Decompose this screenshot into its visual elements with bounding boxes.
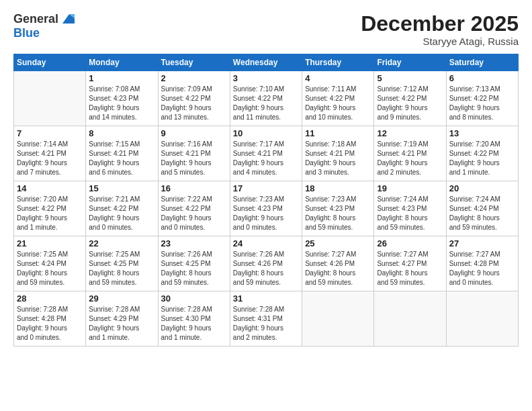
calendar-table: SundayMondayTuesdayWednesdayThursdayFrid…	[13, 54, 519, 347]
day-cell: 20Sunrise: 7:24 AMSunset: 4:24 PMDayligh…	[446, 181, 518, 236]
day-cell: 1Sunrise: 7:08 AMSunset: 4:23 PMDaylight…	[86, 71, 158, 126]
day-cell: 23Sunrise: 7:26 AMSunset: 4:25 PMDayligh…	[158, 236, 230, 291]
logo-icon	[60, 11, 75, 26]
day-number: 30	[161, 293, 227, 304]
day-cell: 29Sunrise: 7:28 AMSunset: 4:29 PMDayligh…	[86, 291, 158, 347]
week-row-4: 28Sunrise: 7:28 AMSunset: 4:28 PMDayligh…	[14, 291, 519, 347]
week-row-3: 21Sunrise: 7:25 AMSunset: 4:24 PMDayligh…	[14, 236, 519, 291]
day-number: 24	[233, 238, 299, 248]
day-cell: 10Sunrise: 7:17 AMSunset: 4:21 PMDayligh…	[230, 126, 302, 181]
day-cell: 26Sunrise: 7:27 AMSunset: 4:27 PMDayligh…	[374, 236, 446, 291]
day-number: 27	[449, 238, 515, 248]
day-info: Sunrise: 7:14 AMSunset: 4:21 PMDaylight:…	[17, 140, 83, 177]
day-number: 28	[17, 293, 83, 304]
day-info: Sunrise: 7:21 AMSunset: 4:22 PMDaylight:…	[89, 195, 154, 232]
day-number: 2	[161, 73, 227, 83]
day-info: Sunrise: 7:20 AMSunset: 4:22 PMDaylight:…	[17, 195, 83, 232]
day-cell: 14Sunrise: 7:20 AMSunset: 4:22 PMDayligh…	[14, 181, 86, 236]
day-info: Sunrise: 7:22 AMSunset: 4:22 PMDaylight:…	[161, 195, 227, 232]
day-number: 6	[449, 73, 515, 83]
page: General Blue December 2025 Staryye Atagi…	[0, 0, 532, 411]
weekday-monday: Monday	[86, 54, 158, 71]
day-cell: 7Sunrise: 7:14 AMSunset: 4:21 PMDaylight…	[14, 126, 86, 181]
day-info: Sunrise: 7:25 AMSunset: 4:24 PMDaylight:…	[17, 250, 83, 287]
day-info: Sunrise: 7:13 AMSunset: 4:22 PMDaylight:…	[449, 85, 515, 122]
day-cell: 2Sunrise: 7:09 AMSunset: 4:22 PMDaylight…	[158, 71, 230, 126]
day-number: 14	[17, 183, 83, 193]
day-number: 11	[305, 128, 371, 138]
day-info: Sunrise: 7:28 AMSunset: 4:28 PMDaylight:…	[17, 305, 83, 342]
day-number: 12	[377, 128, 443, 138]
day-cell: 16Sunrise: 7:22 AMSunset: 4:22 PMDayligh…	[158, 181, 230, 236]
day-cell: 22Sunrise: 7:25 AMSunset: 4:25 PMDayligh…	[86, 236, 158, 291]
day-info: Sunrise: 7:08 AMSunset: 4:23 PMDaylight:…	[89, 85, 154, 122]
day-cell	[302, 291, 374, 347]
day-cell: 8Sunrise: 7:15 AMSunset: 4:21 PMDaylight…	[86, 126, 158, 181]
day-info: Sunrise: 7:19 AMSunset: 4:21 PMDaylight:…	[377, 140, 443, 177]
day-cell: 15Sunrise: 7:21 AMSunset: 4:22 PMDayligh…	[86, 181, 158, 236]
weekday-sunday: Sunday	[14, 54, 86, 71]
day-number: 5	[377, 73, 443, 83]
day-cell: 19Sunrise: 7:24 AMSunset: 4:23 PMDayligh…	[374, 181, 446, 236]
day-number: 18	[305, 183, 371, 193]
day-info: Sunrise: 7:28 AMSunset: 4:31 PMDaylight:…	[233, 305, 299, 342]
day-number: 3	[233, 73, 299, 83]
day-cell	[14, 71, 86, 126]
weekday-saturday: Saturday	[446, 54, 518, 71]
day-cell: 5Sunrise: 7:12 AMSunset: 4:22 PMDaylight…	[374, 71, 446, 126]
day-number: 1	[89, 73, 154, 83]
week-row-0: 1Sunrise: 7:08 AMSunset: 4:23 PMDaylight…	[14, 71, 519, 126]
week-row-1: 7Sunrise: 7:14 AMSunset: 4:21 PMDaylight…	[14, 126, 519, 181]
day-number: 13	[449, 128, 515, 138]
day-cell: 18Sunrise: 7:23 AMSunset: 4:23 PMDayligh…	[302, 181, 374, 236]
calendar-location: Staryye Atagi, Russia	[361, 36, 519, 47]
day-cell: 9Sunrise: 7:16 AMSunset: 4:21 PMDaylight…	[158, 126, 230, 181]
day-cell: 11Sunrise: 7:18 AMSunset: 4:21 PMDayligh…	[302, 126, 374, 181]
day-number: 19	[377, 183, 443, 193]
day-number: 4	[305, 73, 371, 83]
day-number: 10	[233, 128, 299, 138]
day-cell: 6Sunrise: 7:13 AMSunset: 4:22 PMDaylight…	[446, 71, 518, 126]
weekday-friday: Friday	[374, 54, 446, 71]
day-number: 16	[161, 183, 227, 193]
weekday-wednesday: Wednesday	[230, 54, 302, 71]
title-block: December 2025 Staryye Atagi, Russia	[361, 12, 519, 47]
day-info: Sunrise: 7:23 AMSunset: 4:23 PMDaylight:…	[233, 195, 299, 232]
day-number: 29	[89, 293, 154, 304]
day-info: Sunrise: 7:12 AMSunset: 4:22 PMDaylight:…	[377, 85, 443, 122]
day-cell: 31Sunrise: 7:28 AMSunset: 4:31 PMDayligh…	[230, 291, 302, 347]
day-number: 8	[89, 128, 154, 138]
day-number: 21	[17, 238, 83, 248]
weekday-thursday: Thursday	[302, 54, 374, 71]
day-number: 25	[305, 238, 371, 248]
day-cell: 4Sunrise: 7:11 AMSunset: 4:22 PMDaylight…	[302, 71, 374, 126]
logo: General Blue	[13, 12, 75, 40]
logo-blue-text: Blue	[13, 26, 75, 40]
day-number: 17	[233, 183, 299, 193]
day-cell: 30Sunrise: 7:28 AMSunset: 4:30 PMDayligh…	[158, 291, 230, 347]
day-number: 23	[161, 238, 227, 248]
day-info: Sunrise: 7:17 AMSunset: 4:21 PMDaylight:…	[233, 140, 299, 177]
day-info: Sunrise: 7:28 AMSunset: 4:29 PMDaylight:…	[89, 305, 154, 342]
calendar-title: December 2025	[361, 12, 519, 36]
day-number: 9	[161, 128, 227, 138]
day-info: Sunrise: 7:24 AMSunset: 4:24 PMDaylight:…	[449, 195, 515, 232]
day-cell: 13Sunrise: 7:20 AMSunset: 4:22 PMDayligh…	[446, 126, 518, 181]
day-cell: 24Sunrise: 7:26 AMSunset: 4:26 PMDayligh…	[230, 236, 302, 291]
day-info: Sunrise: 7:27 AMSunset: 4:27 PMDaylight:…	[377, 250, 443, 287]
day-info: Sunrise: 7:10 AMSunset: 4:22 PMDaylight:…	[233, 85, 299, 122]
day-info: Sunrise: 7:16 AMSunset: 4:21 PMDaylight:…	[161, 140, 227, 177]
day-cell	[446, 291, 518, 347]
day-info: Sunrise: 7:18 AMSunset: 4:21 PMDaylight:…	[305, 140, 371, 177]
day-info: Sunrise: 7:26 AMSunset: 4:26 PMDaylight:…	[233, 250, 299, 287]
weekday-header-row: SundayMondayTuesdayWednesdayThursdayFrid…	[14, 54, 519, 71]
day-info: Sunrise: 7:27 AMSunset: 4:26 PMDaylight:…	[305, 250, 371, 287]
day-cell: 25Sunrise: 7:27 AMSunset: 4:26 PMDayligh…	[302, 236, 374, 291]
day-number: 15	[89, 183, 154, 193]
day-info: Sunrise: 7:23 AMSunset: 4:23 PMDaylight:…	[305, 195, 371, 232]
day-number: 22	[89, 238, 154, 248]
day-cell: 21Sunrise: 7:25 AMSunset: 4:24 PMDayligh…	[14, 236, 86, 291]
day-info: Sunrise: 7:26 AMSunset: 4:25 PMDaylight:…	[161, 250, 227, 287]
day-number: 7	[17, 128, 83, 138]
day-cell: 27Sunrise: 7:27 AMSunset: 4:28 PMDayligh…	[446, 236, 518, 291]
